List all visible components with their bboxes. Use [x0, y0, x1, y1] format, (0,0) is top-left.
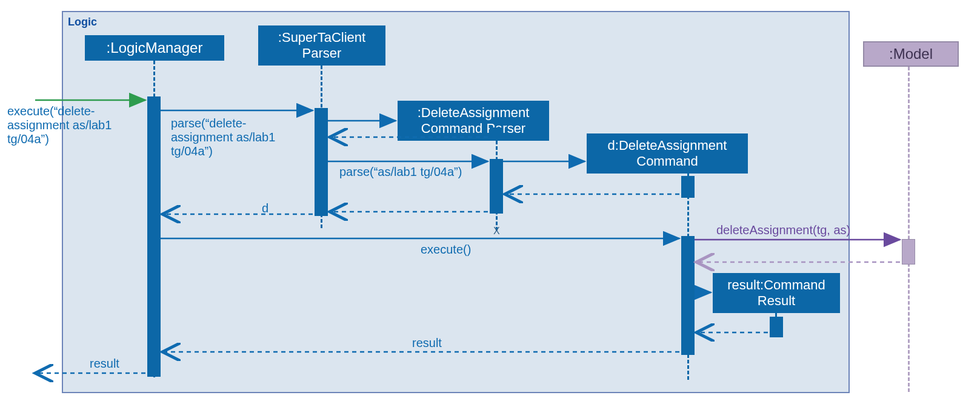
participant-logic-manager: :LogicManager [85, 35, 224, 61]
label-delete-assign: deleteAssignment(tg, as) [716, 223, 850, 237]
label-execute-call: execute(“delete- assignment as/lab1 tg/0… [7, 104, 112, 146]
label-execute-cmd: execute() [421, 243, 471, 257]
label-result-out: result [90, 357, 119, 371]
activation-del-cmd-1 [681, 176, 695, 198]
activation-logic-manager [147, 96, 161, 377]
activation-model [902, 239, 915, 265]
activation-parser [315, 108, 328, 216]
activation-del-parser-2 [490, 159, 503, 214]
lifeline-model [908, 67, 910, 392]
participant-supertaclient-parser: :SuperTaClient Parser [258, 25, 385, 66]
participant-model: :Model [863, 41, 959, 67]
destroy-x-icon: X [493, 226, 500, 237]
label-result: result [412, 336, 442, 350]
participant-delete-assign-parser: :DeleteAssignment Command Parser [398, 101, 549, 141]
activation-del-parser-1 [490, 127, 503, 140]
label-d-return: d [262, 201, 268, 215]
logic-frame [62, 11, 850, 393]
activation-del-cmd-2 [681, 236, 695, 355]
label-parse-main: parse(“delete- assignment as/lab1 tg/04a… [171, 116, 275, 158]
activation-cmd-result [770, 317, 783, 337]
frame-label: Logic [68, 16, 97, 29]
label-parse-sub: parse(“as/lab1 tg/04a”) [339, 165, 462, 179]
participant-command-result: result:Command Result [713, 273, 840, 313]
participant-delete-assign-cmd: d:DeleteAssignment Command [587, 133, 748, 174]
